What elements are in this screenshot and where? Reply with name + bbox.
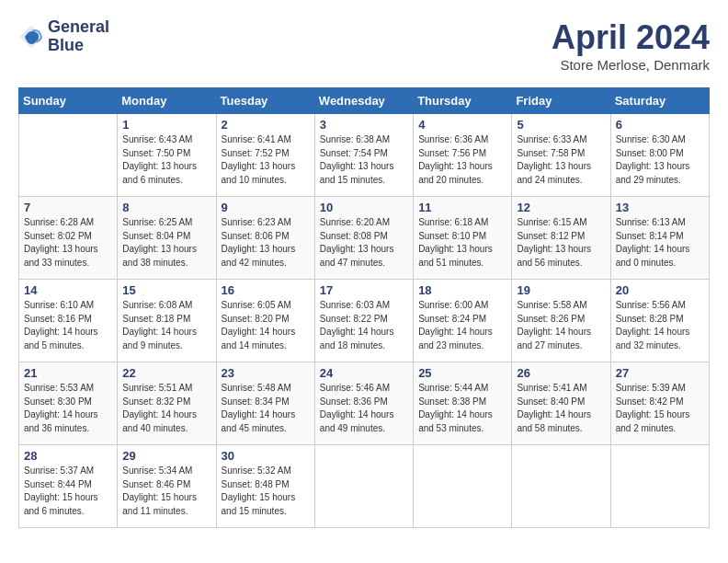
day-info: Sunrise: 6:13 AMSunset: 8:14 PMDaylight:… xyxy=(616,216,704,270)
day-number: 8 xyxy=(122,201,210,214)
calendar-cell: 20Sunrise: 5:56 AMSunset: 8:28 PMDayligh… xyxy=(610,280,709,362)
day-number: 11 xyxy=(418,201,506,214)
week-row-3: 14Sunrise: 6:10 AMSunset: 8:16 PMDayligh… xyxy=(19,280,710,362)
day-number: 4 xyxy=(418,118,506,132)
weekday-header-thursday: Thursday xyxy=(414,88,512,114)
day-info: Sunrise: 6:15 AMSunset: 8:12 PMDaylight:… xyxy=(517,216,605,270)
day-number: 21 xyxy=(24,366,112,380)
day-number: 26 xyxy=(517,366,605,380)
calendar-cell xyxy=(414,445,512,528)
logo: General Blue xyxy=(18,18,109,55)
day-number: 2 xyxy=(222,118,310,132)
calendar-cell: 27Sunrise: 5:39 AMSunset: 8:42 PMDayligh… xyxy=(610,362,709,445)
day-info: Sunrise: 5:37 AMSunset: 8:44 PMDaylight:… xyxy=(24,465,112,518)
calendar-cell: 16Sunrise: 6:05 AMSunset: 8:20 PMDayligh… xyxy=(216,280,314,362)
month-title: April 2024 xyxy=(552,18,710,57)
day-info: Sunrise: 6:30 AMSunset: 8:00 PMDaylight:… xyxy=(616,133,704,187)
day-info: Sunrise: 6:08 AMSunset: 8:18 PMDaylight:… xyxy=(122,299,210,352)
calendar-cell: 18Sunrise: 6:00 AMSunset: 8:24 PMDayligh… xyxy=(414,280,512,362)
calendar-cell: 9Sunrise: 6:23 AMSunset: 8:06 PMDaylight… xyxy=(216,197,314,280)
weekday-header-row: SundayMondayTuesdayWednesdayThursdayFrid… xyxy=(19,88,710,114)
day-number: 6 xyxy=(616,118,704,132)
day-number: 23 xyxy=(222,366,310,380)
calendar-cell: 10Sunrise: 6:20 AMSunset: 8:08 PMDayligh… xyxy=(314,197,413,280)
day-info: Sunrise: 5:46 AMSunset: 8:36 PMDaylight:… xyxy=(320,382,408,435)
day-info: Sunrise: 5:51 AMSunset: 8:32 PMDaylight:… xyxy=(122,382,210,435)
logo-text: General Blue xyxy=(48,18,109,55)
day-number: 30 xyxy=(222,449,310,463)
weekday-header-tuesday: Tuesday xyxy=(216,88,314,114)
calendar-cell: 1Sunrise: 6:43 AMSunset: 7:50 PMDaylight… xyxy=(118,114,216,197)
day-info: Sunrise: 6:05 AMSunset: 8:20 PMDaylight:… xyxy=(222,299,310,352)
day-number: 19 xyxy=(517,283,605,297)
calendar-cell: 26Sunrise: 5:41 AMSunset: 8:40 PMDayligh… xyxy=(512,362,610,445)
day-number: 9 xyxy=(222,201,310,214)
calendar-cell: 23Sunrise: 5:48 AMSunset: 8:34 PMDayligh… xyxy=(216,362,314,445)
day-info: Sunrise: 6:10 AMSunset: 8:16 PMDaylight:… xyxy=(24,299,112,352)
day-number: 14 xyxy=(24,283,112,297)
day-info: Sunrise: 6:20 AMSunset: 8:08 PMDaylight:… xyxy=(320,216,408,270)
day-info: Sunrise: 6:00 AMSunset: 8:24 PMDaylight:… xyxy=(418,299,506,352)
day-info: Sunrise: 6:25 AMSunset: 8:04 PMDaylight:… xyxy=(122,216,210,270)
calendar-cell: 24Sunrise: 5:46 AMSunset: 8:36 PMDayligh… xyxy=(314,362,413,445)
calendar-cell: 5Sunrise: 6:33 AMSunset: 7:58 PMDaylight… xyxy=(512,114,610,197)
day-number: 17 xyxy=(320,283,408,297)
page-header: General Blue April 2024 Store Merlose, D… xyxy=(18,18,710,73)
calendar-cell: 2Sunrise: 6:41 AMSunset: 7:52 PMDaylight… xyxy=(216,114,314,197)
week-row-5: 28Sunrise: 5:37 AMSunset: 8:44 PMDayligh… xyxy=(19,445,710,528)
logo-icon xyxy=(18,24,44,50)
day-number: 16 xyxy=(222,283,310,297)
day-number: 28 xyxy=(24,449,112,463)
calendar-cell: 19Sunrise: 5:58 AMSunset: 8:26 PMDayligh… xyxy=(512,280,610,362)
day-info: Sunrise: 5:58 AMSunset: 8:26 PMDaylight:… xyxy=(517,299,605,352)
day-number: 25 xyxy=(418,366,506,380)
calendar-cell: 11Sunrise: 6:18 AMSunset: 8:10 PMDayligh… xyxy=(414,197,512,280)
day-info: Sunrise: 6:43 AMSunset: 7:50 PMDaylight:… xyxy=(122,133,210,187)
calendar-cell xyxy=(314,445,413,528)
calendar-cell: 17Sunrise: 6:03 AMSunset: 8:22 PMDayligh… xyxy=(314,280,413,362)
day-info: Sunrise: 6:03 AMSunset: 8:22 PMDaylight:… xyxy=(320,299,408,352)
calendar-cell xyxy=(19,114,118,197)
day-info: Sunrise: 5:34 AMSunset: 8:46 PMDaylight:… xyxy=(122,465,210,518)
calendar-cell: 21Sunrise: 5:53 AMSunset: 8:30 PMDayligh… xyxy=(19,362,118,445)
calendar-cell xyxy=(610,445,709,528)
day-info: Sunrise: 5:39 AMSunset: 8:42 PMDaylight:… xyxy=(616,382,704,435)
day-number: 24 xyxy=(320,366,408,380)
calendar-table: SundayMondayTuesdayWednesdayThursdayFrid… xyxy=(18,87,710,528)
day-number: 22 xyxy=(122,366,210,380)
calendar-cell: 4Sunrise: 6:36 AMSunset: 7:56 PMDaylight… xyxy=(414,114,512,197)
week-row-4: 21Sunrise: 5:53 AMSunset: 8:30 PMDayligh… xyxy=(19,362,710,445)
calendar-cell: 6Sunrise: 6:30 AMSunset: 8:00 PMDaylight… xyxy=(610,114,709,197)
weekday-header-wednesday: Wednesday xyxy=(314,88,413,114)
day-info: Sunrise: 5:32 AMSunset: 8:48 PMDaylight:… xyxy=(222,465,310,518)
day-number: 12 xyxy=(517,201,605,214)
week-row-2: 7Sunrise: 6:28 AMSunset: 8:02 PMDaylight… xyxy=(19,197,710,280)
day-info: Sunrise: 6:38 AMSunset: 7:54 PMDaylight:… xyxy=(320,133,408,187)
day-info: Sunrise: 5:53 AMSunset: 8:30 PMDaylight:… xyxy=(24,382,112,435)
day-number: 3 xyxy=(320,118,408,132)
day-number: 10 xyxy=(320,201,408,214)
day-number: 27 xyxy=(616,366,704,380)
calendar-cell: 15Sunrise: 6:08 AMSunset: 8:18 PMDayligh… xyxy=(118,280,216,362)
calendar-cell: 12Sunrise: 6:15 AMSunset: 8:12 PMDayligh… xyxy=(512,197,610,280)
calendar-cell: 7Sunrise: 6:28 AMSunset: 8:02 PMDaylight… xyxy=(19,197,118,280)
calendar-cell: 13Sunrise: 6:13 AMSunset: 8:14 PMDayligh… xyxy=(610,197,709,280)
calendar-cell: 25Sunrise: 5:44 AMSunset: 8:38 PMDayligh… xyxy=(414,362,512,445)
calendar-cell: 3Sunrise: 6:38 AMSunset: 7:54 PMDaylight… xyxy=(314,114,413,197)
weekday-header-sunday: Sunday xyxy=(19,88,118,114)
calendar-cell: 8Sunrise: 6:25 AMSunset: 8:04 PMDaylight… xyxy=(118,197,216,280)
week-row-1: 1Sunrise: 6:43 AMSunset: 7:50 PMDaylight… xyxy=(19,114,710,197)
day-number: 20 xyxy=(616,283,704,297)
day-number: 18 xyxy=(418,283,506,297)
day-info: Sunrise: 6:18 AMSunset: 8:10 PMDaylight:… xyxy=(418,216,506,270)
calendar-cell: 14Sunrise: 6:10 AMSunset: 8:16 PMDayligh… xyxy=(19,280,118,362)
day-info: Sunrise: 6:41 AMSunset: 7:52 PMDaylight:… xyxy=(222,133,310,187)
day-info: Sunrise: 6:23 AMSunset: 8:06 PMDaylight:… xyxy=(222,216,310,270)
calendar-cell xyxy=(512,445,610,528)
day-info: Sunrise: 6:33 AMSunset: 7:58 PMDaylight:… xyxy=(517,133,605,187)
day-info: Sunrise: 5:41 AMSunset: 8:40 PMDaylight:… xyxy=(517,382,605,435)
day-number: 13 xyxy=(616,201,704,214)
day-number: 29 xyxy=(122,449,210,463)
calendar-cell: 29Sunrise: 5:34 AMSunset: 8:46 PMDayligh… xyxy=(118,445,216,528)
title-block: April 2024 Store Merlose, Denmark xyxy=(552,18,710,73)
